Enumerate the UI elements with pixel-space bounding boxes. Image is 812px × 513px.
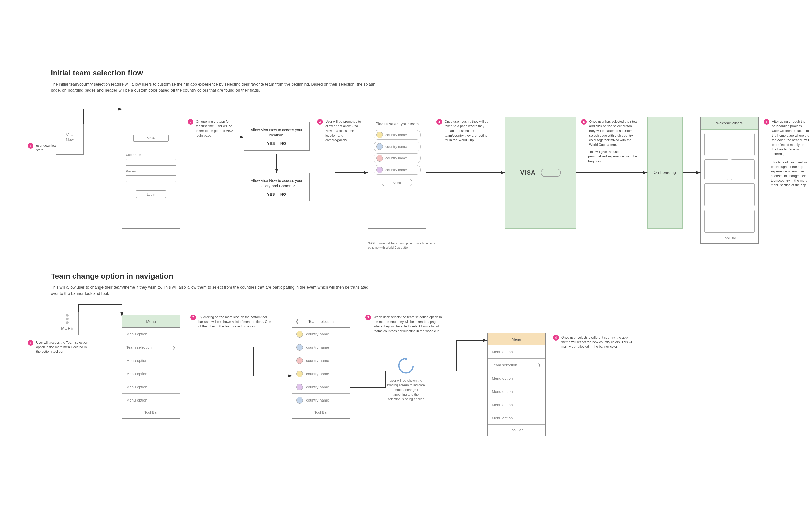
gallery-permission-dialog: Allow Visa Now to access your Gallery an… (243, 173, 310, 201)
team-row[interactable]: country name (292, 328, 350, 341)
home-card (704, 210, 755, 233)
annotation-5: 5Once user has selected their team and c… (581, 119, 639, 164)
step-badge-1: 1 (28, 340, 33, 346)
flag-icon (296, 331, 303, 338)
team-row[interactable]: country name (292, 394, 350, 407)
step-badge-3: 3 (366, 315, 371, 320)
menu-header: Menu (488, 333, 545, 345)
visa-splash-screen: VISA ——— (505, 117, 576, 228)
menu-item-team-selection[interactable]: Team selection❯ (122, 341, 180, 354)
home-card (704, 160, 728, 180)
team-row[interactable]: country name (374, 165, 421, 175)
annotation-6: 6After going through the on boarding pro… (764, 119, 809, 188)
menu-item[interactable]: Menu option (122, 328, 180, 341)
appstore-card: Visa Now (56, 122, 84, 155)
team-row[interactable]: country name (374, 142, 421, 151)
menu-footer: Tool Bar (488, 425, 545, 436)
section1-title: Initial team selection flow (51, 69, 143, 77)
team-row[interactable]: country name (374, 130, 421, 140)
team-row[interactable]: country name (292, 341, 350, 354)
select-button[interactable]: Select (382, 179, 412, 186)
svg-point-0 (399, 358, 413, 373)
menu-item[interactable]: Menu option (122, 354, 180, 367)
annotation-4: 4Once user logs in, they will be taken t… (436, 119, 490, 142)
annotation-b3: 3When user selects the team selection op… (366, 315, 446, 333)
step-badge-6: 6 (764, 119, 770, 125)
brand-field: VISA (133, 135, 169, 142)
menu-orange: Menu Menu option Team selection❯ Menu op… (487, 333, 546, 436)
home-screen: Welcome <user> Tool Bar (700, 117, 759, 244)
menu-green: Menu Menu option Team selection❯ Menu op… (122, 315, 180, 418)
home-toolbar: Tool Bar (701, 233, 758, 243)
annotation-3: 3User will be prompted to allow or not a… (317, 119, 363, 142)
loading-indicator: user will be shown the loading screen to… (386, 355, 426, 402)
flag-icon (296, 384, 303, 390)
team-selection-list: ❮ Team selection country name country na… (292, 315, 350, 418)
diagram-canvas: Initial team selection flow The initial … (0, 0, 812, 513)
flag-icon (296, 357, 303, 364)
team-selection-header: ❮ Team selection (292, 316, 350, 328)
menu-item[interactable]: Menu option (488, 385, 545, 398)
flag-icon (376, 155, 383, 162)
team-row[interactable]: country name (292, 367, 350, 380)
section1-description: The initial team/country selection featu… (51, 81, 376, 93)
menu-footer: Tool Bar (122, 407, 180, 418)
menu-item[interactable]: Menu option (488, 345, 545, 358)
menu-item[interactable]: Menu option (122, 367, 180, 380)
team-row[interactable]: country name (292, 380, 350, 394)
step-badge-3: 3 (317, 119, 323, 125)
home-card (731, 160, 755, 180)
flag-icon (296, 371, 303, 377)
visa-logo: VISA (520, 169, 535, 176)
step-badge-4: 4 (436, 119, 442, 125)
username-label: Username (126, 153, 141, 157)
section2-description: This will allow user to change their tea… (51, 285, 376, 297)
menu-item[interactable]: Menu option (122, 380, 180, 394)
team-row[interactable]: country name (292, 354, 350, 367)
flag-icon (296, 397, 303, 404)
username-input[interactable] (126, 159, 176, 166)
team-select-screen: Please select your team country name cou… (368, 117, 426, 228)
flag-icon (296, 344, 303, 351)
step-badge-2: 2 (188, 119, 193, 125)
splash-pill: ——— (541, 169, 561, 177)
location-no[interactable]: NO (281, 141, 286, 145)
location-permission-dialog: Allow Visa Now to access your location? … (243, 122, 310, 151)
dot-icon (66, 318, 68, 320)
dot-icon (66, 314, 68, 317)
step-badge-5: 5 (581, 119, 587, 125)
location-yes[interactable]: YES (267, 141, 275, 145)
home-card (704, 133, 755, 156)
annotation-b1: 1User will access the Team selection opt… (28, 340, 91, 354)
team-row[interactable]: country name (374, 153, 421, 163)
onboarding-screen: On boarding (647, 117, 683, 228)
section2-title: Team change option in navigation (51, 272, 173, 280)
gallery-yes[interactable]: YES (267, 192, 275, 196)
flag-icon (376, 132, 383, 138)
menu-footer: Tool Bar (292, 407, 350, 418)
step-badge-2: 2 (190, 315, 196, 320)
more-icon[interactable]: MORE (56, 310, 79, 335)
team-select-note: *NOTE: user will be shown generic visa b… (368, 241, 439, 250)
home-card (704, 183, 755, 206)
login-screen: VISA Username Password Login (122, 117, 180, 228)
login-button[interactable]: Login (136, 190, 166, 198)
annotation-2: 2On opening the app for the first time, … (188, 119, 233, 138)
gallery-no[interactable]: NO (281, 192, 286, 196)
flag-icon (376, 143, 383, 150)
flag-icon (376, 167, 383, 173)
menu-item[interactable]: Menu option (488, 372, 545, 385)
dot-icon (66, 321, 68, 324)
step-badge-1: 1 (28, 143, 33, 148)
home-header: Welcome <user> (701, 117, 758, 130)
menu-header: Menu (122, 316, 180, 328)
password-input[interactable] (126, 175, 176, 182)
menu-item[interactable]: Menu option (488, 398, 545, 411)
chevron-right-icon: ❯ (538, 363, 541, 368)
menu-item[interactable]: Menu option (122, 394, 180, 407)
chevron-right-icon: ❯ (172, 345, 176, 350)
annotation-b4: 4Once user selects a different country, … (553, 335, 634, 349)
menu-item[interactable]: Menu option (488, 411, 545, 425)
menu-item-team-selection[interactable]: Team selection❯ (488, 358, 545, 372)
back-icon[interactable]: ❮ (295, 319, 299, 324)
